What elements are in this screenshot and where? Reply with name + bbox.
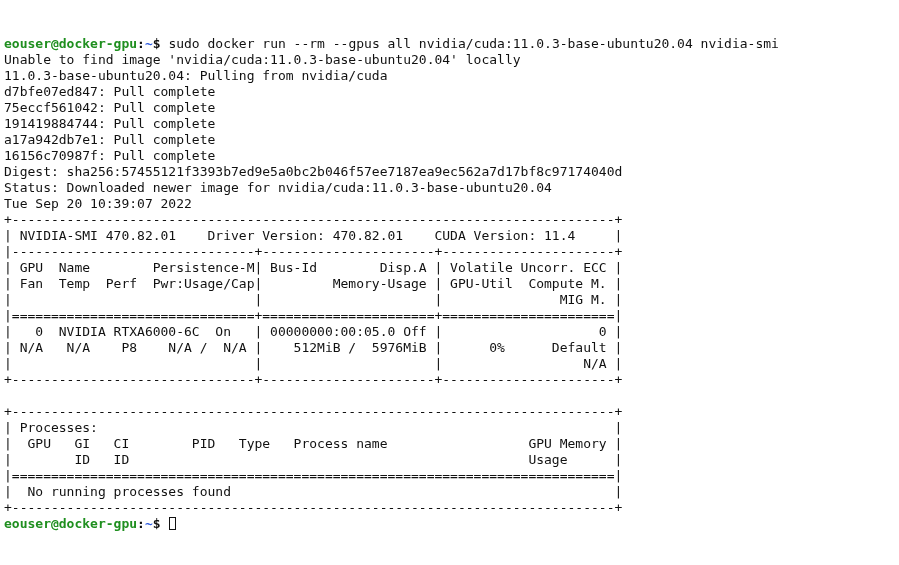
prompt-dollar: $ <box>153 36 169 51</box>
output-line: a17a942db7e1: Pull complete <box>4 132 215 147</box>
nvidia-smi-line: | Processes: | <box>4 420 622 435</box>
nvidia-smi-line: | | | MIG M. | <box>4 292 622 307</box>
prompt-colon: : <box>137 516 145 531</box>
nvidia-smi-line: | 0 NVIDIA RTXA6000-6C On | 00000000:00:… <box>4 324 622 339</box>
prompt-colon: : <box>137 36 145 51</box>
terminal-cursor-icon <box>169 517 176 530</box>
prompt-user: eouser <box>4 36 51 51</box>
prompt-path: ~ <box>145 36 153 51</box>
output-line: Digest: sha256:57455121f3393b7ed9e5a0bc2… <box>4 164 622 179</box>
output-line: 16156c70987f: Pull complete <box>4 148 215 163</box>
nvidia-smi-line: | | | N/A | <box>4 356 622 371</box>
output-line: d7bfe07ed847: Pull complete <box>4 84 215 99</box>
output-line: 191419884744: Pull complete <box>4 116 215 131</box>
nvidia-smi-line: +---------------------------------------… <box>4 500 622 515</box>
nvidia-smi-line: |=======================================… <box>4 468 622 483</box>
output-line: Status: Downloaded newer image for nvidi… <box>4 180 552 195</box>
output-line: Unable to find image 'nvidia/cuda:11.0.3… <box>4 52 521 67</box>
prompt-host: docker-gpu <box>59 36 137 51</box>
prompt-path: ~ <box>145 516 153 531</box>
output-line: 11.0.3-base-ubuntu20.04: Pulling from nv… <box>4 68 388 83</box>
prompt-at: @ <box>51 516 59 531</box>
prompt-user: eouser <box>4 516 51 531</box>
nvidia-smi-line: +-------------------------------+-------… <box>4 372 622 387</box>
shell-prompt-2[interactable]: eouser@docker-gpu:~$ <box>4 516 176 531</box>
nvidia-smi-line: | No running processes found | <box>4 484 622 499</box>
output-line: 75eccf561042: Pull complete <box>4 100 215 115</box>
command-text: sudo docker run --rm --gpus all nvidia/c… <box>168 36 778 51</box>
shell-prompt-1[interactable]: eouser@docker-gpu:~$ sudo docker run --r… <box>4 36 779 51</box>
nvidia-smi-line: +---------------------------------------… <box>4 212 622 227</box>
output-line: Tue Sep 20 10:39:07 2022 <box>4 196 192 211</box>
nvidia-smi-line: +---------------------------------------… <box>4 404 622 419</box>
nvidia-smi-line: | GPU GI CI PID Type Process name GPU Me… <box>4 436 622 451</box>
nvidia-smi-line: | N/A N/A P8 N/A / N/A | 512MiB / 5976Mi… <box>4 340 622 355</box>
nvidia-smi-line: | GPU Name Persistence-M| Bus-Id Disp.A … <box>4 260 622 275</box>
nvidia-smi-line: |-------------------------------+-------… <box>4 244 622 259</box>
prompt-host: docker-gpu <box>59 516 137 531</box>
prompt-at: @ <box>51 36 59 51</box>
nvidia-smi-line: | ID ID Usage | <box>4 452 622 467</box>
nvidia-smi-line: | NVIDIA-SMI 470.82.01 Driver Version: 4… <box>4 228 622 243</box>
nvidia-smi-line: | Fan Temp Perf Pwr:Usage/Cap| Memory-Us… <box>4 276 622 291</box>
nvidia-smi-line: |===============================+=======… <box>4 308 622 323</box>
prompt-dollar: $ <box>153 516 169 531</box>
